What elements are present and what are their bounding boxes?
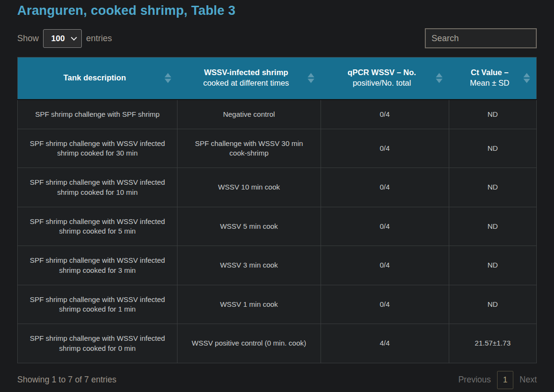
table-cell: ND bbox=[449, 246, 536, 285]
table-cell: 0/4 bbox=[321, 285, 449, 324]
table-cell: WSSV 10 min cook bbox=[177, 168, 321, 207]
table-row: SPF shrimp challenge with WSSV infected … bbox=[18, 324, 537, 363]
column-header-label: qPCR WSSV – No.positive/No. total bbox=[331, 67, 432, 89]
page-title: Aranguren, cooked shrimp, Table 3 bbox=[17, 0, 537, 18]
table-cell: SPF shrimp challenge with WSSV infected … bbox=[18, 129, 177, 168]
table-cell: ND bbox=[449, 285, 536, 324]
sort-icon bbox=[308, 73, 314, 83]
table-header-row: Tank descriptionWSSV-infected shrimpcook… bbox=[18, 57, 537, 100]
table-cell: SPF shrimp challenge with WSSV infected … bbox=[18, 285, 177, 324]
table-cell: 0/4 bbox=[321, 246, 449, 285]
data-table: Tank descriptionWSSV-infected shrimpcook… bbox=[17, 57, 537, 363]
table-cell: SPF shrimp challenge with WSSV infected … bbox=[18, 207, 177, 246]
table-footer: Showing 1 to 7 of 7 entries Previous 1 N… bbox=[17, 371, 537, 389]
entries-label: entries bbox=[86, 34, 112, 44]
table-cell: 0/4 bbox=[321, 207, 449, 246]
table-cell: WSSV 3 min cook bbox=[177, 246, 321, 285]
table-row: SPF shrimp challenge with WSSV infected … bbox=[18, 168, 537, 207]
pagination: Previous 1 Next bbox=[458, 371, 537, 389]
table-cell: 0/4 bbox=[321, 168, 449, 207]
table-row: SPF shrimp challenge with SPF shrimpNega… bbox=[18, 100, 537, 129]
search-input[interactable] bbox=[425, 28, 537, 48]
sort-icon bbox=[523, 73, 530, 83]
table-row: SPF shrimp challenge with WSSV infected … bbox=[18, 246, 537, 285]
table-cell: SPF shrimp challenge with WSSV infected … bbox=[18, 168, 177, 207]
table-row: SPF shrimp challenge with WSSV infected … bbox=[18, 207, 537, 246]
table-cell: 21.57±1.73 bbox=[449, 324, 536, 363]
table-cell: ND bbox=[449, 168, 536, 207]
column-header-1[interactable]: Tank description bbox=[18, 57, 177, 100]
column-header-2[interactable]: WSSV-infected shrimpcooked at different … bbox=[177, 57, 321, 100]
column-header-label: Ct Value –Mean ± SD bbox=[459, 67, 520, 89]
column-header-label: Tank description bbox=[28, 73, 161, 83]
table-controls: Show 100 entries bbox=[17, 28, 537, 48]
table-row: SPF shrimp challenge with WSSV infected … bbox=[18, 285, 537, 324]
table-cell: ND bbox=[449, 207, 536, 246]
column-header-4[interactable]: Ct Value –Mean ± SD bbox=[449, 57, 536, 100]
page-length-control: Show 100 entries bbox=[17, 29, 112, 48]
sort-icon bbox=[436, 73, 443, 83]
previous-button[interactable]: Previous bbox=[458, 375, 491, 385]
table-cell: 0/4 bbox=[321, 129, 449, 168]
table-row: SPF shrimp challenge with WSSV infected … bbox=[18, 129, 537, 168]
table-cell: SPF challenge with WSSV 30 min cook-shri… bbox=[177, 129, 321, 168]
table-cell: WSSV 1 min cook bbox=[177, 285, 321, 324]
table-cell: ND bbox=[449, 129, 536, 168]
show-label: Show bbox=[17, 34, 39, 44]
table-cell: WSSV positive control (0 min. cook) bbox=[177, 324, 321, 363]
column-header-3[interactable]: qPCR WSSV – No.positive/No. total bbox=[321, 57, 449, 100]
page-length-select-wrap: 100 bbox=[43, 29, 82, 48]
table-cell: Negative control bbox=[177, 100, 321, 129]
page-1-button[interactable]: 1 bbox=[497, 371, 513, 389]
sort-icon bbox=[165, 73, 171, 83]
table-cell: SPF shrimp challenge with WSSV infected … bbox=[18, 324, 177, 363]
table-cell: 4/4 bbox=[321, 324, 449, 363]
table-cell: 0/4 bbox=[321, 100, 449, 129]
next-button[interactable]: Next bbox=[520, 375, 537, 385]
page-length-select[interactable]: 100 bbox=[43, 29, 82, 48]
table-body: SPF shrimp challenge with SPF shrimpNega… bbox=[18, 100, 537, 363]
column-header-label: WSSV-infected shrimpcooked at different … bbox=[188, 67, 304, 89]
table-info: Showing 1 to 7 of 7 entries bbox=[17, 375, 116, 385]
table-cell: WSSV 5 min cook bbox=[177, 207, 321, 246]
table-header: Tank descriptionWSSV-infected shrimpcook… bbox=[18, 57, 537, 100]
table-cell: SPF shrimp challenge with SPF shrimp bbox=[18, 100, 177, 129]
table-cell: ND bbox=[449, 100, 536, 129]
table-cell: SPF shrimp challenge with WSSV infected … bbox=[18, 246, 177, 285]
